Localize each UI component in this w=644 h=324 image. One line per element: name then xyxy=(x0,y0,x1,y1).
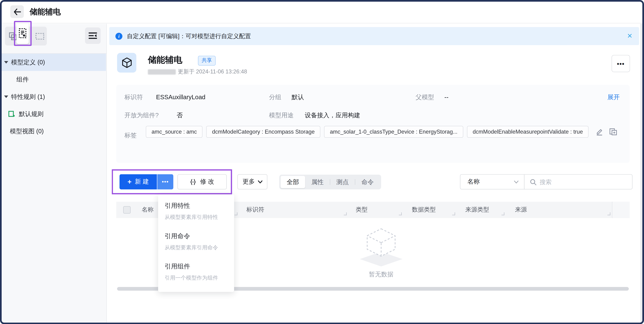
back-arrow-icon xyxy=(13,8,21,15)
empty-cube-icon xyxy=(356,226,406,267)
select-all-checkbox[interactable] xyxy=(123,206,131,213)
more-button-label: 更多 xyxy=(242,178,255,185)
edit-tags-icon[interactable] xyxy=(596,128,603,136)
page-title: 储能辅电 xyxy=(30,7,61,17)
sidebar-item-label: 模型定义 (0) xyxy=(11,58,45,66)
updated-timestamp: 更新于 2024-11-06 13:26:48 xyxy=(178,68,247,75)
batch-modify-icon xyxy=(190,178,196,185)
column-resize-handle[interactable] xyxy=(234,212,238,215)
sidebar-menu: 模型定义 (0) 组件 特性规则 (1) 默认规则 xyxy=(0,54,106,140)
copy-tags-icon[interactable] xyxy=(609,128,618,136)
tag: dcmModelCategory : Encompass Storage xyxy=(206,126,320,138)
sidebar-collapse-button[interactable] xyxy=(85,27,101,44)
blank-canvas-tab[interactable] xyxy=(34,27,46,45)
column-header-identifier[interactable]: 标识符 xyxy=(246,206,264,213)
field-value: ESSAuxillaryLoad xyxy=(156,94,206,101)
column-header-name[interactable]: 名称 xyxy=(142,206,154,213)
top-bar: 储能辅电 xyxy=(0,0,644,23)
model-definition-icon xyxy=(18,28,27,39)
field-label: 父模型 xyxy=(416,94,434,101)
filter-measurepoints[interactable]: 测点 xyxy=(330,176,355,188)
menu-item-reference-component[interactable]: 引用组件 引用一个模型作为组件 xyxy=(158,257,234,287)
tags-label: 标签 xyxy=(124,132,137,139)
menu-fold-icon xyxy=(88,32,97,39)
sidebar-item-model-views[interactable]: 模型视图 (0) xyxy=(0,123,106,140)
info-icon: i xyxy=(116,33,122,40)
menu-item-title: 引用命令 xyxy=(165,232,228,241)
sidebar-item-default-rules[interactable]: 默认规则 xyxy=(0,105,106,123)
sidebar-item-components[interactable]: 组件 xyxy=(0,71,106,88)
model-definition-tab[interactable] xyxy=(16,22,29,44)
column-header-type[interactable]: 类型 xyxy=(356,206,368,213)
redacted-username xyxy=(148,69,176,75)
column-header-source[interactable]: 来源 xyxy=(515,206,527,213)
sidebar-item-label: 模型视图 (0) xyxy=(10,127,44,135)
sidebar-item-label: 特性规则 (1) xyxy=(11,93,45,101)
field-value: 默认 xyxy=(292,94,304,101)
plus-icon: + xyxy=(128,178,132,185)
modify-button-label: 修 改 xyxy=(200,178,214,185)
field-label: 分组 xyxy=(269,94,281,101)
sidebar-item-model-definition[interactable]: 模型定义 (0) xyxy=(0,54,106,71)
field-value: 设备接入，应用构建 xyxy=(305,112,360,119)
chevron-down-icon xyxy=(258,180,262,183)
column-resize-handle[interactable] xyxy=(502,212,504,215)
column-resize-handle[interactable] xyxy=(344,212,347,215)
rule-add-icon xyxy=(8,111,15,118)
create-dropdown-menu: 引用特性 从模型要素库引用特性 引用命令 从模型要素库引用命令 引用组件 引用一… xyxy=(158,194,234,292)
info-banner: i 自定义配置 [可编辑]：可对模型进行自定义配置 ✕ xyxy=(109,27,639,45)
column-header-datatype[interactable]: 数据类型 xyxy=(412,206,436,213)
column-resize-handle[interactable] xyxy=(399,212,402,215)
menu-item-title: 引用组件 xyxy=(165,262,228,271)
menu-item-title: 引用特性 xyxy=(165,202,228,210)
column-header-sourcetype[interactable]: 来源类型 xyxy=(465,206,489,213)
cube-icon xyxy=(121,57,132,68)
menu-item-reference-feature[interactable]: 引用特性 从模型要素库引用特性 xyxy=(158,196,234,227)
modify-button[interactable]: 修 改 xyxy=(178,174,227,189)
expand-link[interactable]: 展开 xyxy=(608,94,620,101)
sidebar-item-label: 默认规则 xyxy=(19,110,44,118)
back-button[interactable] xyxy=(10,5,24,18)
fixed-action-column xyxy=(612,202,630,218)
search-field-value: 名称 xyxy=(468,178,514,185)
filter-attributes[interactable]: 属性 xyxy=(305,176,330,188)
menu-item-reference-command[interactable]: 引用命令 从模型要素库引用命令 xyxy=(158,227,234,257)
menu-item-desc: 引用一个模型作为组件 xyxy=(165,274,228,282)
empty-text: 暂无数据 xyxy=(348,271,414,278)
create-button[interactable]: + 新 建 xyxy=(120,174,157,189)
create-more-split-button[interactable]: ••• xyxy=(157,174,173,189)
create-button-label: 新 建 xyxy=(135,178,149,185)
model-more-actions-button[interactable]: ••• xyxy=(612,55,630,72)
tag: amc_source : amc xyxy=(146,126,203,138)
caret-down-icon xyxy=(4,61,8,64)
tag: amc_solar_1-0_classType_Device : EnergyS… xyxy=(324,126,463,138)
menu-item-desc: 从模型要素库引用特性 xyxy=(165,214,228,221)
search-field-select[interactable]: 名称 xyxy=(460,174,524,189)
field-label: 开放为组件? xyxy=(124,112,159,119)
sidebar: 模型定义 (0) 组件 特性规则 (1) 默认规则 xyxy=(0,24,107,324)
sidebar-item-feature-rules[interactable]: 特性规则 (1) xyxy=(0,88,106,105)
field-label: 标识符 xyxy=(124,94,143,101)
app-window: 储能辅电 xyxy=(0,0,644,324)
more-button[interactable]: 更多 xyxy=(238,174,267,189)
search-box xyxy=(524,174,632,189)
model-detail-panel: 标识符 ESSAuxillaryLoad 分组 默认 父模型 -- 展开 开放为… xyxy=(116,85,630,163)
shared-badge: 共享 xyxy=(198,56,216,66)
tag: dcmModelEnableMeasurepointValidate : tru… xyxy=(467,126,588,138)
tags-list: amc_source : amc dcmModelCategory : Enco… xyxy=(146,126,622,138)
field-value: 否 xyxy=(176,112,183,119)
banner-close-icon[interactable]: ✕ xyxy=(627,32,632,40)
overlapping-squares-edit-icon xyxy=(8,32,17,40)
filter-all[interactable]: 全部 xyxy=(280,176,305,188)
search-icon xyxy=(530,178,536,185)
search-input[interactable] xyxy=(540,178,622,185)
filter-commands[interactable]: 命令 xyxy=(355,176,380,188)
sidebar-item-label: 组件 xyxy=(16,76,29,83)
caret-down-icon xyxy=(4,95,8,98)
field-value: -- xyxy=(444,94,448,101)
vertical-scrollbar[interactable] xyxy=(640,24,644,324)
column-resize-handle[interactable] xyxy=(452,212,455,215)
banner-text: 自定义配置 [可编辑]：可对模型进行自定义配置 xyxy=(127,32,251,40)
empty-state: 暂无数据 xyxy=(348,226,414,278)
column-resize-handle[interactable] xyxy=(608,212,610,215)
